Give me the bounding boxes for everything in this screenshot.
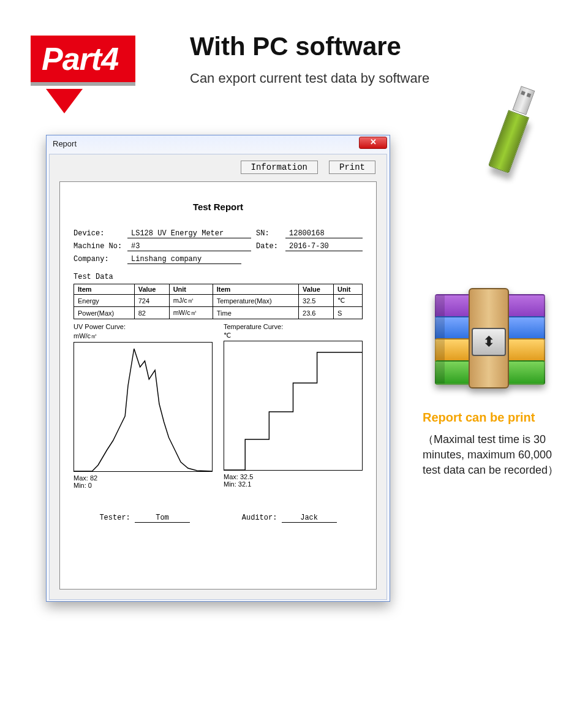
chart-unit: ℃ [224, 332, 363, 339]
information-button[interactable]: Information [241, 161, 318, 174]
print-button[interactable]: Print [329, 161, 375, 174]
table-row: Power(Max) 82 mW/c㎡ Time 23.6 S [74, 307, 363, 319]
close-button[interactable]: ✕ [359, 137, 387, 149]
window-title: Report [53, 139, 77, 148]
td: S [334, 307, 363, 319]
titlebar: Report ✕ [47, 135, 390, 151]
min-label: Min: [224, 480, 236, 488]
th: Item [213, 284, 298, 295]
chart-unit: mW/c㎡ [74, 332, 213, 341]
td: Temperature(Max) [213, 295, 298, 307]
td: 23.6 [299, 307, 334, 319]
th: Value [299, 284, 334, 295]
chart-title: UV Power Curve: [74, 323, 213, 330]
section-test-data: Test Data [74, 273, 363, 281]
tester-label: Tester: [99, 514, 130, 522]
tester-value: Tom [135, 514, 190, 523]
max-label: Max: [224, 473, 238, 480]
chart-title: Temperature Curve: [224, 323, 363, 330]
part-pointer-icon [46, 89, 83, 113]
th: Unit [334, 284, 363, 295]
td: mJ/c㎡ [169, 295, 213, 307]
min-value: 32.1 [238, 480, 251, 488]
auditor-value: Jack [282, 514, 337, 523]
company-value: Linshang company [127, 255, 241, 264]
headline: With PC software [190, 32, 401, 61]
report-title: Test Report [74, 202, 363, 212]
td: ℃ [334, 295, 363, 307]
report-paper: Test Report Device: LS128 UV Energy Mete… [59, 181, 377, 590]
auditor-label: Auditor: [242, 514, 277, 522]
company-label: Company: [74, 255, 123, 264]
uv-power-curve-icon [74, 343, 212, 471]
td: Power(Max) [74, 307, 135, 319]
table-header-row: Item Value Unit Item Value Unit [74, 284, 363, 295]
sn-value: 12800168 [285, 229, 363, 238]
td: 82 [134, 307, 169, 319]
max-value: 32.5 [240, 473, 253, 480]
max-label: Max: [74, 474, 88, 482]
device-label: Device: [74, 229, 123, 238]
device-value: LS128 UV Energy Meter [127, 229, 251, 238]
signatures: Tester: Tom Auditor: Jack [74, 514, 363, 523]
td: mW/c㎡ [169, 307, 213, 319]
archive-icon: ⬍ [435, 294, 545, 382]
td: Time [213, 307, 298, 319]
subheadline: Can export current test data by software [190, 70, 429, 86]
date-value: 2016-7-30 [285, 242, 363, 251]
max-value: 82 [90, 474, 97, 482]
td: 32.5 [299, 295, 334, 307]
date-label: Date: [256, 242, 281, 251]
uv-power-chart: UV Power Curve: mW/c㎡ Max: 82 Min: 0 [74, 323, 213, 489]
test-data-table: Item Value Unit Item Value Unit Energy 7… [74, 284, 363, 319]
machine-value: #3 [127, 242, 251, 251]
print-heading: Report can be print [423, 411, 535, 425]
temperature-chart: Temperature Curve: ℃ Max: 32.5 Min: 32.1 [224, 323, 363, 489]
toolbar: Information Print [241, 161, 375, 174]
min-label: Min: [74, 482, 86, 489]
report-meta: Device: LS128 UV Energy Meter SN: 128001… [74, 229, 363, 264]
part-badge: Part4 [31, 36, 135, 82]
report-window: Report ✕ Information Print Test Report D… [46, 135, 390, 602]
min-value: 0 [88, 482, 92, 489]
th: Unit [169, 284, 213, 295]
sn-label: SN: [256, 229, 281, 238]
machine-label: Machine No: [74, 242, 123, 251]
td: Energy [74, 295, 135, 307]
table-row: Energy 724 mJ/c㎡ Temperature(Max) 32.5 ℃ [74, 295, 363, 307]
td: 724 [134, 295, 169, 307]
temperature-curve-icon [224, 341, 362, 470]
print-body: （Maximal test time is 30 minutes, maximu… [423, 432, 567, 479]
usb-drive-icon [488, 85, 538, 173]
th: Value [134, 284, 169, 295]
th: Item [74, 284, 135, 295]
